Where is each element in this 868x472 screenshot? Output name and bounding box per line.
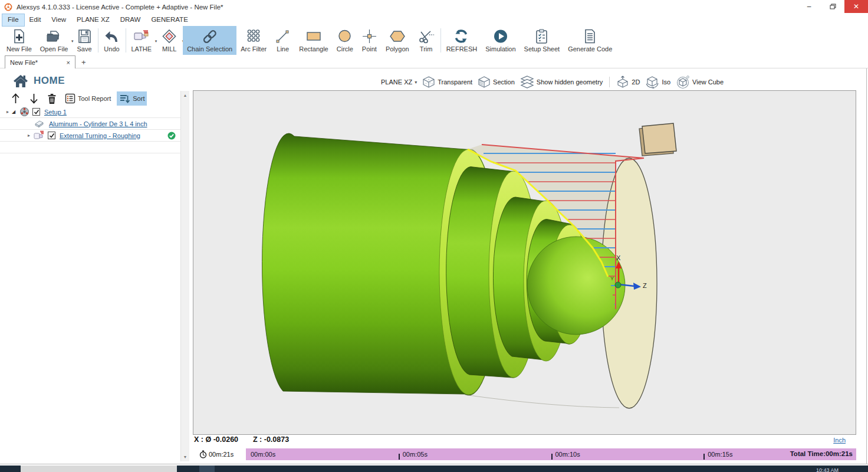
- timeline-tick: [551, 454, 553, 460]
- menu-view[interactable]: View: [46, 14, 71, 26]
- transparent-toggle[interactable]: Transparent: [421, 75, 474, 89]
- z-coordinate: Z : -0.0873: [253, 435, 289, 444]
- coordinate-status-bar: X : Ø -0.0260 Z : -0.0873 Inch: [194, 435, 856, 446]
- refresh-button[interactable]: REFRESH: [442, 26, 482, 55]
- taskbar-active-app[interactable]: [21, 466, 177, 472]
- tab-label: New File*: [10, 59, 38, 66]
- taskbar-button[interactable]: [199, 466, 215, 472]
- viewport-3d[interactable]: X Z Y: [193, 90, 856, 435]
- close-button[interactable]: ✕: [844, 0, 868, 13]
- minimize-button[interactable]: –: [797, 0, 821, 13]
- generate-code-icon: [582, 28, 598, 44]
- iso-cube-icon: [645, 76, 659, 88]
- save-button[interactable]: Save: [73, 26, 97, 55]
- circle-icon: [337, 28, 353, 44]
- view-cube-icon: [676, 75, 690, 89]
- sort-icon: [119, 93, 130, 104]
- point-button[interactable]: Point: [357, 26, 382, 55]
- toolbar-separator: [98, 28, 98, 53]
- rectangle-button[interactable]: Rectangle: [295, 26, 333, 55]
- view-cube-button[interactable]: View Cube: [675, 74, 725, 90]
- current-time: 00m:21s: [199, 450, 246, 458]
- plane-selector[interactable]: PLANE XZ ▾: [380, 78, 418, 86]
- toolbar-separator: [440, 28, 441, 53]
- menu-file[interactable]: File: [2, 14, 24, 26]
- 2d-cube-icon: [616, 76, 629, 88]
- delete-button[interactable]: [45, 91, 59, 106]
- window-edge: [866, 68, 867, 464]
- move-down-button[interactable]: [27, 91, 41, 106]
- chain-selection-button[interactable]: Chain Selection: [183, 26, 236, 55]
- scrollbar-down-icon[interactable]: ▼: [181, 453, 189, 461]
- axis-y-label: Y: [610, 276, 614, 281]
- check-icon: [49, 133, 55, 139]
- restore-button[interactable]: [821, 0, 844, 13]
- mill-button[interactable]: ▾ MILL: [156, 26, 183, 55]
- menu-draw[interactable]: DRAW: [115, 14, 146, 26]
- view-iso-button[interactable]: Iso: [644, 75, 672, 89]
- material-link[interactable]: Aluminum - Cylinder De 3 L 4 inch: [49, 120, 147, 127]
- arc-filter-button[interactable]: Arc Filter: [236, 26, 271, 55]
- new-tab-button[interactable]: +: [75, 58, 92, 68]
- expander-icon[interactable]: ▸: [4, 109, 12, 114]
- show-hidden-geometry-toggle[interactable]: Show hidden geometry: [519, 75, 604, 89]
- tab-close-icon[interactable]: ×: [67, 59, 70, 66]
- trash-icon: [47, 93, 57, 104]
- setup-checkbox[interactable]: [32, 108, 40, 116]
- units-link[interactable]: Inch: [833, 437, 846, 444]
- success-check-icon: [167, 132, 176, 140]
- simulation-timeline: 00m:21s 00m:00s 00m:05s 00m:10s 00m:15s …: [199, 448, 856, 460]
- trim-button[interactable]: Trim: [413, 26, 439, 55]
- undo-button[interactable]: Undo: [100, 26, 124, 55]
- timeline-tick-label: 00m:15s: [708, 451, 732, 458]
- scrollbar-up-icon[interactable]: ▲: [181, 91, 189, 100]
- check-icon: [34, 109, 40, 115]
- open-file-button[interactable]: ▾ Open File: [36, 26, 73, 55]
- tab-new-file[interactable]: New File* ×: [5, 55, 75, 68]
- operation-checkbox[interactable]: [48, 132, 55, 139]
- tree-row-material[interactable]: Aluminum - Cylinder De 3 L 4 inch: [0, 118, 180, 130]
- sort-button[interactable]: Sort: [117, 91, 147, 106]
- circle-button[interactable]: Circle: [333, 26, 357, 55]
- menu-edit[interactable]: Edit: [24, 14, 47, 26]
- polygon-icon: [389, 28, 406, 44]
- toolbar-separator: [126, 28, 126, 53]
- tree-scrollbar[interactable]: ▲ ▼: [180, 91, 189, 461]
- lathe-button[interactable]: ▾ LATHE: [127, 26, 156, 55]
- x-coordinate: X : Ø -0.0260: [194, 435, 238, 444]
- view-2d-button[interactable]: 2D: [615, 75, 641, 89]
- move-up-button[interactable]: [8, 91, 23, 106]
- view-toolbar-separator: [609, 77, 610, 87]
- polygon-button[interactable]: Polygon: [382, 26, 413, 55]
- simulation-button[interactable]: Simulation: [481, 26, 520, 55]
- tree-row-setup[interactable]: ▸ ◢ Setup 1: [0, 106, 180, 118]
- os-taskbar[interactable]: 10:43 AM: [0, 466, 868, 472]
- setup-sheet-icon: [534, 28, 550, 44]
- tree-row-operation[interactable]: ▸ External Turning - Roughing: [0, 130, 180, 142]
- page-title: HOME: [34, 75, 65, 87]
- operations-toolbar: Tool Report Sort: [8, 91, 147, 106]
- section-toggle[interactable]: Section: [476, 75, 516, 89]
- app-logo-icon: [4, 3, 12, 11]
- generate-code-button[interactable]: Generate Code: [564, 26, 616, 55]
- timeline-bar[interactable]: 00m:00s 00m:05s 00m:10s 00m:15s Total Ti…: [246, 448, 856, 460]
- home-icon[interactable]: [13, 74, 28, 88]
- setup-sheet-button[interactable]: Setup Sheet: [520, 26, 564, 55]
- part-dome: [527, 237, 625, 335]
- undo-icon: [104, 28, 120, 44]
- window-title: Alexsys 4.1.0.333 - License Active - Com…: [17, 4, 223, 11]
- axis-x-label: X: [616, 254, 621, 261]
- menu-plane-xz[interactable]: PLANE XZ: [71, 14, 115, 26]
- setup-link[interactable]: Setup 1: [44, 109, 67, 116]
- expanded-node-icon[interactable]: ◢: [12, 109, 19, 114]
- new-file-button[interactable]: New File: [2, 26, 36, 55]
- main-toolbar: New File ▾ Open File Save Undo: [0, 26, 868, 55]
- line-button[interactable]: Line: [271, 26, 295, 55]
- expander-icon[interactable]: ▸: [25, 133, 33, 138]
- menu-bar: File Edit View PLANE XZ DRAW GENERATE: [0, 14, 868, 26]
- refresh-icon: [453, 28, 470, 44]
- operation-status-icon: [167, 132, 176, 140]
- tool-report-button[interactable]: Tool Report: [63, 91, 113, 106]
- operation-link[interactable]: External Turning - Roughing: [60, 132, 140, 139]
- menu-generate[interactable]: GENERATE: [146, 14, 193, 26]
